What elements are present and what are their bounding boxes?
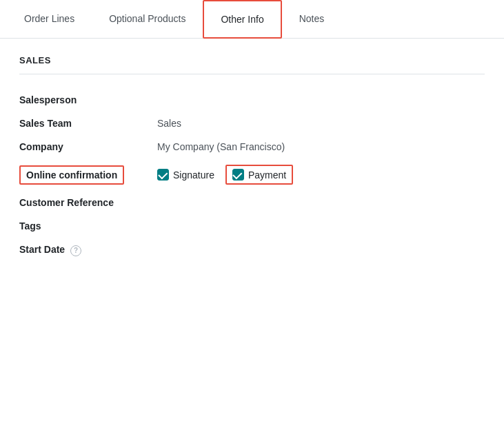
- customer-reference-row: Customer Reference: [19, 191, 485, 214]
- main-content: SALES Salesperson Sales Team Sales Compa…: [0, 39, 504, 279]
- customer-reference-value[interactable]: [157, 191, 485, 214]
- company-label: Company: [19, 135, 157, 158]
- tags-value[interactable]: [157, 214, 485, 238]
- section-divider: [19, 74, 485, 74]
- tags-row: Tags: [19, 214, 485, 238]
- tab-notes[interactable]: Notes: [282, 0, 342, 39]
- customer-reference-label: Customer Reference: [19, 191, 157, 214]
- tags-label: Tags: [19, 214, 157, 238]
- checkbox-group: Signature Payment: [157, 165, 485, 185]
- online-confirmation-row-label-cell: Online confirmation: [19, 158, 157, 191]
- tab-other-info[interactable]: Other Info: [203, 0, 281, 39]
- payment-checkbox-label: Payment: [248, 169, 286, 181]
- sales-team-label: Sales Team: [19, 112, 157, 135]
- section-title: SALES: [19, 55, 485, 65]
- tab-order-lines[interactable]: Order Lines: [7, 0, 92, 39]
- sales-team-row: Sales Team Sales: [19, 112, 485, 135]
- tab-optional-products[interactable]: Optional Products: [92, 0, 203, 39]
- form-table: Salesperson Sales Team Sales Company My …: [19, 88, 485, 263]
- company-value: My Company (San Francisco): [157, 135, 485, 158]
- sales-team-value: Sales: [157, 112, 485, 135]
- payment-checkbox-item[interactable]: Payment: [225, 165, 293, 185]
- start-date-value[interactable]: [157, 238, 485, 263]
- signature-checkbox-box[interactable]: [157, 169, 169, 181]
- start-date-row: Start Date ?: [19, 238, 485, 263]
- tab-bar: Order Lines Optional Products Other Info…: [0, 0, 504, 39]
- company-row: Company My Company (San Francisco): [19, 135, 485, 158]
- payment-checkbox-box[interactable]: [232, 169, 244, 181]
- salesperson-label: Salesperson: [19, 88, 157, 112]
- online-confirmation-row: Online confirmation Signature Payment: [19, 158, 485, 191]
- online-confirmation-checkboxes: Signature Payment: [157, 158, 485, 191]
- salesperson-row: Salesperson: [19, 88, 485, 112]
- start-date-help-icon[interactable]: ?: [70, 245, 81, 256]
- signature-checkbox-item[interactable]: Signature: [157, 169, 214, 181]
- signature-checkbox-label: Signature: [173, 169, 214, 181]
- online-confirmation-label: Online confirmation: [19, 165, 124, 185]
- start-date-label: Start Date: [19, 244, 65, 255]
- start-date-label-cell: Start Date ?: [19, 238, 157, 263]
- salesperson-value[interactable]: [157, 88, 485, 112]
